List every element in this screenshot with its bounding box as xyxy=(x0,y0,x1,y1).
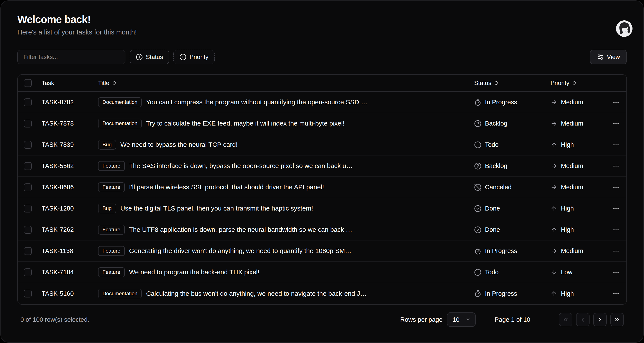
task-type-badge: Feature xyxy=(98,267,125,277)
help-circle-icon xyxy=(474,162,482,170)
help-circle-icon xyxy=(474,120,482,127)
priority-filter-label: Priority xyxy=(190,53,208,60)
priority-label: High xyxy=(561,141,574,148)
circle-off-icon xyxy=(474,184,482,191)
row-actions-button[interactable] xyxy=(610,96,622,109)
task-type-badge: Feature xyxy=(98,182,125,192)
next-page-button[interactable] xyxy=(593,313,607,326)
status-label: In Progress xyxy=(485,290,517,297)
last-page-button[interactable] xyxy=(610,313,624,326)
table-row: TASK-5562 Feature The SAS interface is d… xyxy=(18,155,626,177)
row-checkbox[interactable] xyxy=(24,290,32,298)
chevrons-up-down-icon xyxy=(112,80,117,86)
task-type-badge: Bug xyxy=(98,140,116,149)
row-actions-button[interactable] xyxy=(610,181,622,194)
status-filter-label: Status xyxy=(146,53,163,60)
user-avatar[interactable] xyxy=(616,20,632,37)
row-actions-button[interactable] xyxy=(610,287,622,300)
chevron-right-icon xyxy=(597,316,603,323)
arrow-up-icon xyxy=(550,226,558,233)
pagination-controls: Rows per page 10 Page 1 of 10 xyxy=(400,313,624,327)
row-actions-button[interactable] xyxy=(610,202,622,215)
task-id: TASK-7839 xyxy=(42,141,74,148)
circle-icon xyxy=(474,269,482,276)
table-body: TASK-8782 Documentation You can't compre… xyxy=(18,92,626,304)
timer-icon xyxy=(474,247,482,255)
row-checkbox[interactable] xyxy=(24,268,32,276)
task-title: We need to bypass the neural TCP card! xyxy=(120,141,238,148)
page-title: Welcome back! xyxy=(17,13,627,25)
table-footer: 0 of 100 row(s) selected. Rows per page … xyxy=(17,313,627,327)
task-title: You can't compress the program without q… xyxy=(146,98,367,106)
row-actions-button[interactable] xyxy=(610,160,622,172)
table-row: TASK-7184 Feature We need to program the… xyxy=(18,262,626,283)
table-row: TASK-7262 Feature The UTF8 application i… xyxy=(18,219,626,240)
circle-plus-icon xyxy=(180,53,186,60)
filter-tasks-input[interactable] xyxy=(17,50,126,64)
view-options-button[interactable]: View xyxy=(590,50,627,64)
status-label: Backlog xyxy=(485,120,507,127)
select-all-checkbox[interactable] xyxy=(24,79,32,87)
priority-filter-button[interactable]: Priority xyxy=(173,50,214,64)
column-header-task: Task xyxy=(42,80,54,86)
row-checkbox[interactable] xyxy=(24,183,32,191)
ellipsis-icon xyxy=(612,99,620,106)
priority-label: Medium xyxy=(561,120,583,127)
task-type-badge: Feature xyxy=(98,161,125,171)
task-id: TASK-8686 xyxy=(42,184,74,191)
status-label: In Progress xyxy=(485,99,517,106)
status-label: Done xyxy=(485,226,500,233)
table-row: TASK-1280 Bug Use the digital TLS panel,… xyxy=(18,198,626,219)
row-checkbox[interactable] xyxy=(24,247,32,255)
rows-per-page-select[interactable]: 10 xyxy=(447,313,476,327)
task-type-badge: Feature xyxy=(98,246,125,256)
page-subtitle: Here's a list of your tasks for this mon… xyxy=(17,28,627,36)
column-header-priority-sort[interactable]: Priority xyxy=(548,78,579,88)
task-id: TASK-5160 xyxy=(42,290,74,297)
row-actions-button[interactable] xyxy=(610,245,622,257)
column-header-title-sort[interactable]: Title xyxy=(96,78,119,88)
priority-label: Medium xyxy=(561,162,583,170)
column-header-priority-label: Priority xyxy=(550,80,569,86)
task-id: TASK-1138 xyxy=(42,247,73,255)
column-header-status-label: Status xyxy=(474,80,491,86)
priority-label: High xyxy=(561,290,574,297)
status-label: Canceled xyxy=(485,184,512,191)
row-checkbox[interactable] xyxy=(24,98,32,106)
row-checkbox[interactable] xyxy=(24,226,32,234)
tasks-table: Task Title Status Priority xyxy=(17,74,627,305)
row-checkbox[interactable] xyxy=(24,141,32,149)
check-circle-icon xyxy=(474,226,482,234)
first-page-button[interactable] xyxy=(559,313,572,326)
task-title: Calculating the bus won't do anything, w… xyxy=(146,290,366,297)
rows-per-page-value: 10 xyxy=(452,316,460,323)
task-type-badge: Feature xyxy=(98,225,125,234)
view-options-label: View xyxy=(607,53,620,60)
column-header-title-label: Title xyxy=(98,80,109,86)
row-actions-button[interactable] xyxy=(610,117,622,130)
chevrons-right-icon xyxy=(614,316,620,323)
row-checkbox[interactable] xyxy=(24,120,32,127)
task-id: TASK-5562 xyxy=(42,162,74,170)
row-actions-button[interactable] xyxy=(610,139,622,151)
previous-page-button[interactable] xyxy=(576,313,590,326)
arrow-right-icon xyxy=(550,99,558,106)
task-type-badge: Documentation xyxy=(98,289,142,298)
table-row: TASK-8686 Feature I'll parse the wireles… xyxy=(18,177,626,198)
app-window: Welcome back! Here's a list of your task… xyxy=(0,0,644,343)
row-actions-button[interactable] xyxy=(610,224,622,236)
ellipsis-icon xyxy=(612,141,620,148)
column-header-status-sort[interactable]: Status xyxy=(472,78,501,88)
row-actions-button[interactable] xyxy=(610,266,622,279)
row-checkbox[interactable] xyxy=(24,205,32,213)
timer-icon xyxy=(474,290,482,297)
page-header: Welcome back! Here's a list of your task… xyxy=(17,13,627,36)
table-toolbar: Status Priority View xyxy=(17,50,627,64)
status-filter-button[interactable]: Status xyxy=(130,50,169,64)
row-checkbox[interactable] xyxy=(24,162,32,170)
ellipsis-icon xyxy=(612,184,620,191)
arrow-up-icon xyxy=(550,141,558,148)
status-label: Todo xyxy=(485,141,498,148)
table-row: TASK-7878 Documentation Try to calculate… xyxy=(18,113,626,134)
check-circle-icon xyxy=(474,205,482,212)
